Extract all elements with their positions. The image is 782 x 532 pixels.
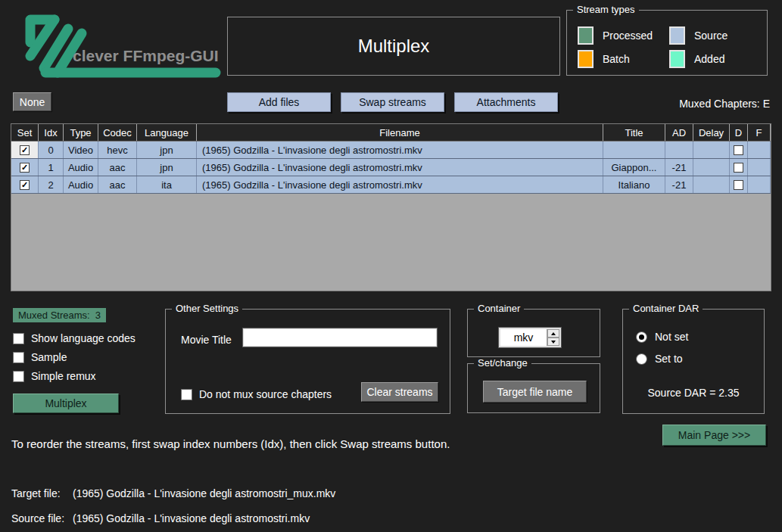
table-header-row: SetIdxTypeCodecLanguageFilenameTitleADDe… <box>11 124 771 142</box>
cell-idx: 2 <box>39 176 64 193</box>
column-header-type[interactable]: Type <box>64 124 98 141</box>
show-language-codes-option[interactable]: Show language codes <box>13 332 136 344</box>
source-color-swatch <box>669 26 685 45</box>
column-header-language[interactable]: Language <box>137 124 197 141</box>
dar-not-set-option[interactable]: Not set <box>636 331 688 343</box>
main-page-button[interactable]: Main Page >>> <box>662 425 766 446</box>
cell-set: ✓ <box>11 142 39 158</box>
table-row[interactable]: ✓0Videohevcjpn(1965) Godzilla - L'invasi… <box>11 142 771 159</box>
cell-idx: 1 <box>39 159 64 176</box>
set-change-group: Set/change Target file name <box>467 363 600 413</box>
swap-streams-button[interactable]: Swap streams <box>341 92 444 112</box>
simple-remux-checkbox[interactable] <box>13 371 24 382</box>
page-title: Multiplex <box>358 36 430 57</box>
table-row[interactable]: ✓2Audioaacita(1965) Godzilla - L'invasio… <box>11 176 771 194</box>
spin-up-button[interactable] <box>547 329 559 338</box>
cell-ad: -21 <box>665 176 693 193</box>
source-file-line: Source file:(1965) Godzilla - L'invasion… <box>11 512 310 524</box>
streams-table[interactable]: SetIdxTypeCodecLanguageFilenameTitleADDe… <box>11 123 771 291</box>
cell-f <box>748 142 771 158</box>
legend-item-processed: Processed <box>578 26 669 45</box>
container-dar-group: Container DAR Not set Set to Source DAR … <box>622 309 765 414</box>
batch-color-swatch <box>578 50 594 68</box>
dar-set-to-option[interactable]: Set to <box>636 353 683 365</box>
cell-ad: -21 <box>665 159 693 176</box>
cell-language: jpn <box>137 142 197 158</box>
source-file-value: (1965) Godzilla - L'invasione degli astr… <box>73 512 310 524</box>
set-checkbox[interactable]: ✓ <box>20 163 30 173</box>
stream-types-title: Stream types <box>573 4 639 15</box>
legend-label: Processed <box>603 30 653 42</box>
container-value: mkv <box>500 329 547 346</box>
legend-label: Source <box>694 30 727 42</box>
legend-item-source: Source <box>669 26 761 45</box>
cell-filename: (1965) Godzilla - L'invasione degli astr… <box>197 176 603 193</box>
column-header-d[interactable]: D <box>730 124 748 141</box>
legend-label: Batch <box>603 53 630 65</box>
cell-set: ✓ <box>11 159 39 176</box>
cell-set: ✓ <box>11 176 39 193</box>
d-checkbox[interactable] <box>734 145 743 155</box>
set-checkbox[interactable]: ✓ <box>20 145 30 155</box>
container-spinner[interactable]: mkv <box>499 328 561 347</box>
cell-codec: aac <box>98 176 137 193</box>
dar-set-to-label: Set to <box>655 353 683 365</box>
dar-not-set-label: Not set <box>655 331 688 343</box>
reorder-instruction: To reorder the streams, first swap index… <box>11 437 450 450</box>
column-header-f[interactable]: F <box>748 124 771 141</box>
no-chapters-label: Do not mux source chapters <box>199 388 332 400</box>
none-button[interactable]: None <box>13 92 51 111</box>
cell-delay <box>693 159 730 176</box>
set-change-title: Set/change <box>474 357 531 369</box>
cell-title: Giappon... <box>603 159 665 176</box>
cell-language: ita <box>137 176 197 193</box>
cell-idx: 0 <box>39 142 64 158</box>
movie-title-label: Movie Title <box>181 334 232 346</box>
column-header-title[interactable]: Title <box>603 124 665 141</box>
d-checkbox[interactable] <box>734 180 743 190</box>
cell-ad <box>665 142 693 158</box>
attachments-button[interactable]: Attachments <box>454 92 558 112</box>
target-file-line: Target file:(1965) Godzilla - L'invasion… <box>11 487 335 499</box>
dar-not-set-radio[interactable] <box>636 331 647 343</box>
cell-title <box>603 142 665 158</box>
cell-type: Audio <box>64 176 98 193</box>
movie-title-input[interactable] <box>243 328 437 347</box>
cell-f <box>748 159 771 176</box>
cell-title: Italiano <box>603 176 665 193</box>
set-checkbox[interactable]: ✓ <box>20 180 30 190</box>
column-header-codec[interactable]: Codec <box>98 124 137 141</box>
muxed-streams-badge: Muxed Streams: 3 <box>13 308 106 322</box>
simple-remux-option[interactable]: Simple remux <box>13 370 96 382</box>
cell-filename: (1965) Godzilla - L'invasione degli astr… <box>197 159 603 176</box>
column-header-ad[interactable]: AD <box>665 124 693 141</box>
clear-streams-button[interactable]: Clear streams <box>361 382 438 402</box>
other-settings-title: Other Settings <box>172 303 242 314</box>
dar-set-to-radio[interactable] <box>636 353 647 365</box>
target-file-name-button[interactable]: Target file name <box>483 381 587 403</box>
down-arrow-icon <box>551 341 556 344</box>
column-header-filename[interactable]: Filename <box>197 124 603 141</box>
stream-types-group: Stream types ProcessedSourceBatchAdded <box>566 10 768 76</box>
sample-option[interactable]: Sample <box>13 351 67 363</box>
logo-zigzag-icon <box>11 9 221 82</box>
page-title-panel: Multiplex <box>227 17 560 76</box>
cell-codec: hevc <box>98 142 137 158</box>
d-checkbox[interactable] <box>734 163 743 173</box>
muxed-chapters-status: Muxed Chapters: E <box>679 98 770 110</box>
no-chapters-option[interactable]: Do not mux source chapters <box>181 388 332 400</box>
show-language-codes-checkbox[interactable] <box>13 333 24 344</box>
sample-checkbox[interactable] <box>13 352 24 363</box>
add-files-button[interactable]: Add files <box>227 92 331 112</box>
column-header-delay[interactable]: Delay <box>693 124 730 141</box>
multiplex-button[interactable]: Multiplex <box>13 394 119 413</box>
app-window: clever FFmpeg-GUI Multiplex Stream types… <box>0 0 782 532</box>
spin-down-button[interactable] <box>547 338 559 346</box>
source-dar-value: Source DAR = 2.35 <box>623 387 764 399</box>
cell-f <box>748 176 771 193</box>
cell-type: Audio <box>64 159 98 176</box>
table-row[interactable]: ✓1Audioaacjpn(1965) Godzilla - L'invasio… <box>11 159 771 176</box>
no-chapters-checkbox[interactable] <box>181 389 192 400</box>
column-header-idx[interactable]: Idx <box>39 124 64 141</box>
column-header-set[interactable]: Set <box>11 124 39 141</box>
